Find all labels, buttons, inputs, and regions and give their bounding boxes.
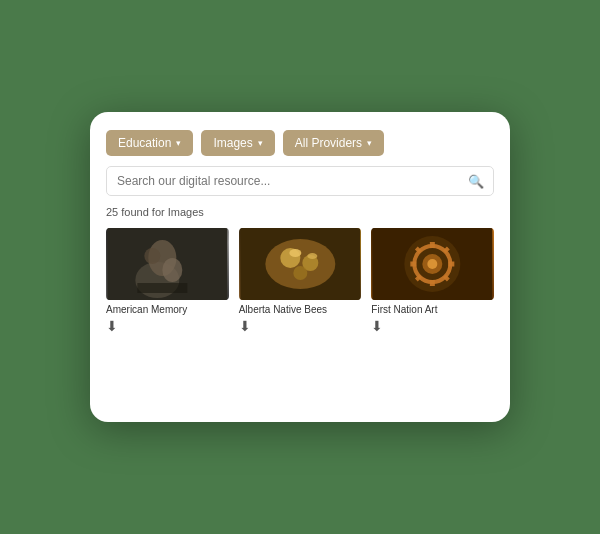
education-chevron-icon: ▾ xyxy=(176,138,181,148)
cards-row: American Memory ⬇ Alberta Native Bees ⬇ xyxy=(106,228,494,333)
search-row: 🔍 xyxy=(106,166,494,196)
card-title-alberta-bees: Alberta Native Bees xyxy=(239,304,362,315)
svg-point-10 xyxy=(293,266,307,280)
card-first-nation: First Nation Art ⬇ xyxy=(371,228,494,333)
card-image-first-nation xyxy=(371,228,494,300)
card-image-american-memory xyxy=(106,228,229,300)
svg-line-22 xyxy=(417,248,421,252)
svg-point-17 xyxy=(428,259,438,269)
search-input[interactable] xyxy=(106,166,494,196)
education-filter-button[interactable]: Education ▾ xyxy=(106,130,193,156)
card-image-alberta-bees xyxy=(239,228,362,300)
svg-point-3 xyxy=(162,258,182,282)
education-filter-label: Education xyxy=(118,136,171,150)
card-download-alberta-bees[interactable]: ⬇ xyxy=(239,319,362,333)
card-american-memory: American Memory ⬇ xyxy=(106,228,229,333)
svg-line-23 xyxy=(445,276,449,280)
images-filter-button[interactable]: Images ▾ xyxy=(201,130,274,156)
svg-rect-4 xyxy=(137,283,187,293)
providers-chevron-icon: ▾ xyxy=(367,138,372,148)
card-title-american-memory: American Memory xyxy=(106,304,229,315)
svg-line-25 xyxy=(417,276,421,280)
svg-line-24 xyxy=(445,248,449,252)
card-title-first-nation: First Nation Art xyxy=(371,304,494,315)
filters-row: Education ▾ Images ▾ All Providers ▾ xyxy=(106,130,494,156)
svg-point-12 xyxy=(307,253,317,259)
card-alberta-bees: Alberta Native Bees ⬇ xyxy=(239,228,362,333)
providers-filter-button[interactable]: All Providers ▾ xyxy=(283,130,384,156)
card-download-american-memory[interactable]: ⬇ xyxy=(106,319,229,333)
device-frame: Education ▾ Images ▾ All Providers ▾ 🔍 2… xyxy=(90,112,510,422)
results-count: 25 found for Images xyxy=(106,206,494,218)
svg-point-5 xyxy=(144,248,160,264)
svg-point-11 xyxy=(289,249,301,257)
providers-filter-label: All Providers xyxy=(295,136,362,150)
images-chevron-icon: ▾ xyxy=(258,138,263,148)
images-filter-label: Images xyxy=(213,136,252,150)
card-download-first-nation[interactable]: ⬇ xyxy=(371,319,494,333)
svg-point-7 xyxy=(265,239,335,289)
